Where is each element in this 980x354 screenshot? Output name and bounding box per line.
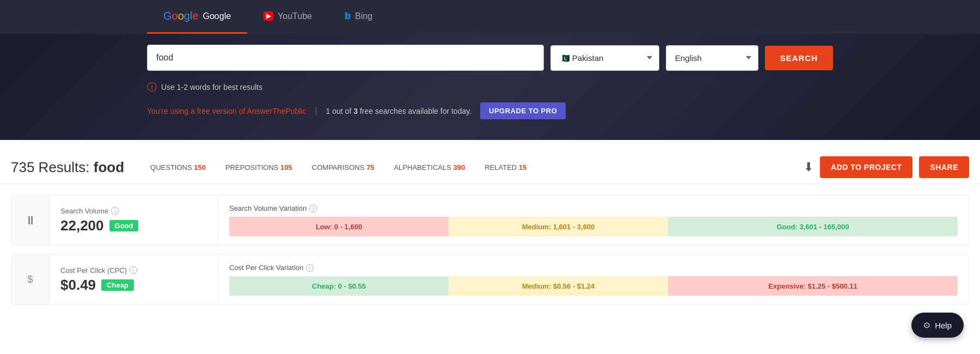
nav-related-count: 15 [519, 163, 526, 172]
nav-comparisons-count: 75 [366, 163, 374, 172]
tab-google[interactable]: Google Google [147, 0, 247, 34]
tab-google-label: Google [203, 11, 231, 21]
variation-label-sv: Search Volume Variation i [229, 204, 958, 212]
cpc-info-icon[interactable]: i [130, 266, 137, 274]
tab-bing[interactable]: b Bing [328, 1, 389, 33]
cpc-label: Cost Per Click (CPC) i [60, 266, 207, 274]
search-volume-badge: Good [109, 220, 139, 231]
variation-bar-sv: Low: 0 - 1,600 Medium: 1,601 - 3,600 Goo… [229, 217, 958, 236]
nav-alphabeticals[interactable]: ALPHABETICALS 390 [384, 158, 475, 177]
nav-prepositions[interactable]: PREPOSITIONS 105 [216, 158, 302, 177]
tabs-bar: Google Google ▶ YouTube b Bing [0, 0, 980, 34]
notice-icon: ⓘ [147, 81, 157, 94]
country-select[interactable]: 🇵🇰 Pakistan [550, 45, 659, 71]
search-volume-value: 22,200 Good [60, 217, 207, 234]
bar-cheap: Cheap: 0 - $0.55 [229, 276, 449, 296]
results-title: 735 Results: food [11, 159, 124, 176]
nav-prepositions-count: 105 [280, 163, 292, 172]
results-header: 735 Results: food QUESTIONS 150 PREPOSIT… [0, 151, 980, 184]
bar-low: Low: 0 - 1,600 [229, 217, 449, 236]
variation-bar-cpc: Cheap: 0 - $0.55 Medium: $0.56 - $1.24 E… [229, 276, 958, 296]
search-input[interactable] [147, 45, 544, 71]
upgrade-button[interactable]: UPGRADE TO PRO [480, 102, 566, 119]
google-icon: Google [163, 10, 199, 22]
search-button[interactable]: SEARCH [765, 46, 833, 70]
nav-comparisons[interactable]: COMPARISONS 75 [302, 158, 384, 177]
free-version-bar: You're using a free version of AnswerThe… [0, 98, 980, 124]
help-label: Help [935, 321, 952, 327]
add-to-project-button[interactable]: ADD TO PROJECT [820, 156, 912, 178]
results-actions: ⬇ ADD TO PROJECT SHARE [804, 156, 969, 178]
nav-related[interactable]: RELATED 15 [475, 158, 536, 177]
bar-good: Good: 3,601 - 165,000 [668, 217, 958, 236]
share-button[interactable]: SHARE [919, 156, 969, 178]
search-volume-info: Search Volume i 22,200 Good [50, 196, 218, 245]
nav-questions-count: 150 [194, 163, 206, 172]
tab-youtube[interactable]: ▶ YouTube [247, 2, 328, 33]
cpc-variation: Cost Per Click Variation i Cheap: 0 - $0… [218, 255, 969, 304]
language-select[interactable]: English [666, 45, 758, 71]
cpc-value: $0.49 Cheap [60, 277, 207, 294]
searches-remaining: 1 out of 3 free searches available for t… [326, 107, 471, 115]
youtube-icon: ▶ [264, 11, 273, 21]
search-volume-variation: Search Volume Variation i Low: 0 - 1,600… [218, 196, 969, 245]
cpc-info: Cost Per Click (CPC) i $0.49 Cheap [50, 255, 218, 304]
search-volume-card: ⏸ Search Volume i 22,200 Good Search Vol… [11, 195, 969, 246]
tab-bing-label: Bing [355, 11, 372, 21]
nav-questions[interactable]: QUESTIONS 150 [140, 158, 216, 177]
bar-expensive: Expensive: $1.25 - $500.11 [668, 276, 958, 296]
notice-bar: ⓘ Use 1-2 words for best results [0, 76, 980, 98]
search-volume-label: Search Volume i [60, 207, 207, 215]
help-icon: ⊙ [923, 320, 930, 327]
top-section: Google Google ▶ YouTube b Bing 🇵🇰 Pakist… [0, 0, 980, 140]
cpc-icon: $ [11, 255, 50, 304]
search-volume-info-icon[interactable]: i [111, 207, 119, 215]
search-area: 🇵🇰 Pakistan English SEARCH [0, 34, 980, 76]
divider: | [315, 106, 317, 116]
cpc-badge: Cheap [101, 279, 134, 291]
notice-text: Use 1-2 words for best results [161, 83, 262, 91]
results-section: 735 Results: food QUESTIONS 150 PREPOSIT… [0, 140, 980, 327]
help-button[interactable]: ⊙ Help [911, 313, 964, 327]
bing-icon: b [345, 10, 351, 22]
tab-youtube-label: YouTube [278, 11, 312, 21]
cpc-card: $ Cost Per Click (CPC) i $0.49 Cheap Cos… [11, 254, 969, 305]
download-icon[interactable]: ⬇ [804, 160, 813, 174]
stats-container: ⏸ Search Volume i 22,200 Good Search Vol… [0, 184, 980, 316]
search-volume-icon: ⏸ [11, 196, 50, 245]
nav-alphabeticals-count: 390 [454, 163, 465, 172]
bar-medium: Medium: 1,601 - 3,600 [449, 217, 668, 236]
free-version-text: You're using a free version of AnswerThe… [147, 107, 306, 115]
variation-cpc-info-icon[interactable]: i [306, 264, 314, 272]
results-keyword: food [94, 159, 124, 175]
results-nav: QUESTIONS 150 PREPOSITIONS 105 COMPARISO… [140, 158, 787, 177]
variation-label-cpc: Cost Per Click Variation i [229, 264, 958, 272]
bar-medium-cpc: Medium: $0.56 - $1.24 [449, 276, 668, 296]
variation-sv-info-icon[interactable]: i [309, 205, 317, 212]
